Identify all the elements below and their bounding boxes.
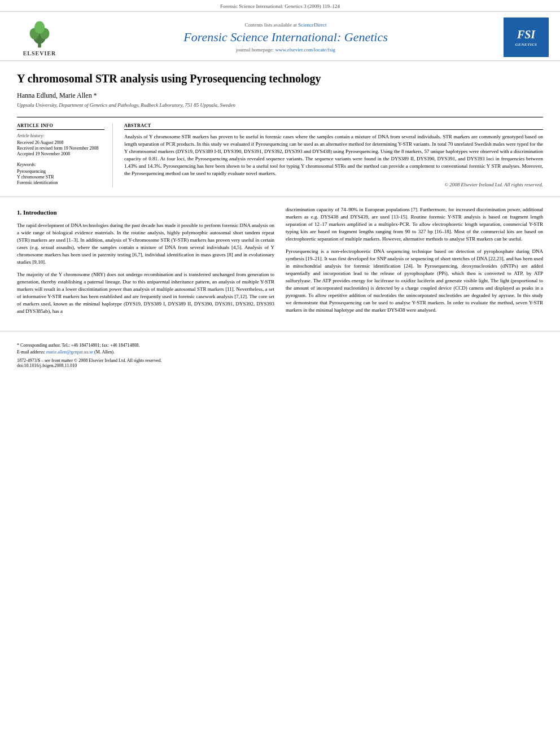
- keyword-3: Forensic identification: [17, 180, 104, 185]
- article-footer: * Corresponding author. Tel.: +46 184714…: [0, 331, 560, 374]
- article-title: Y chromosomal STR analysis using Pyroseq…: [17, 71, 543, 86]
- contents-line: Contents lists available at ScienceDirec…: [73, 22, 498, 28]
- keywords-label: Keywords:: [17, 162, 104, 167]
- body-para-1: The rapid development of DNA technologie…: [17, 222, 274, 266]
- body-para-2: The majority of the Y chromosome (NRY) d…: [17, 271, 274, 315]
- email-note: E-mail address: marie.allen@genpat.uu.se…: [17, 350, 543, 355]
- section-divider: [0, 196, 560, 197]
- body-para-4: Pyrosequencing is a non-electrophoretic …: [286, 248, 543, 314]
- section-1-heading: 1. Introduction: [17, 208, 274, 217]
- email-label: E-mail address:: [17, 350, 45, 355]
- article-affiliation: Uppsala University, Department of Geneti…: [17, 102, 543, 108]
- abstract-text: Analysis of Y chromosome STR markers has…: [124, 133, 543, 177]
- body-para-3: discrimination capacity of 74–90% in Eur…: [286, 206, 543, 243]
- fsi-logo-subtitle: GENETICS: [515, 42, 537, 47]
- email-name: (M. Allen).: [94, 350, 115, 355]
- keyword-2: Y chromosome STR: [17, 174, 104, 180]
- article-authors: Hanna Edlund, Marie Allen *: [17, 91, 543, 100]
- abstract-section: ABSTRACT Analysis of Y chromosome STR ma…: [124, 123, 543, 187]
- issn-line: 1872-4973/$ – see front matter © 2008 El…: [17, 358, 543, 368]
- journal-header: ELSEVIER Contents lists available at Sci…: [0, 12, 560, 61]
- email-address[interactable]: marie.allen@genpat.uu.se: [46, 350, 93, 355]
- body-left-column: 1. Introduction The rapid development of…: [17, 206, 274, 320]
- journal-citation-bar: Forensic Science International: Genetics…: [0, 0, 560, 12]
- received-revised-date: Received in revised form 19 November 200…: [17, 146, 104, 151]
- journal-homepage: journal homepage: www.elsevier.com/locat…: [73, 47, 498, 53]
- article-info-title: ARTICLE INFO: [17, 123, 104, 130]
- copyright-line: © 2008 Elsevier Ireland Ltd. All rights …: [124, 182, 543, 187]
- sciencedirect-link[interactable]: ScienceDirect: [298, 22, 326, 28]
- elsevier-logo: ELSEVIER: [11, 18, 68, 56]
- journal-center-info: Contents lists available at ScienceDirec…: [68, 22, 504, 53]
- journal-title: Forensic Science International: Genetics: [73, 30, 498, 45]
- svg-point-4: [34, 21, 45, 34]
- elsevier-tree-icon: [23, 18, 56, 49]
- received-date: Received 26 August 2008: [17, 140, 104, 145]
- journal-citation: Forensic Science International: Genetics…: [220, 3, 340, 9]
- article-main: Y chromosomal STR analysis using Pyroseq…: [0, 61, 560, 187]
- fsi-logo: FSI GENETICS: [504, 18, 549, 57]
- keyword-1: Pyrosequencing: [17, 169, 104, 174]
- fsi-logo-text: FSI: [517, 28, 535, 41]
- corresponding-note: * Corresponding author. Tel.: +46 184714…: [17, 343, 543, 348]
- article-info-abstract-container: ARTICLE INFO Article history: Received 2…: [17, 117, 543, 187]
- homepage-url[interactable]: www.elsevier.com/locate/fsig: [275, 47, 335, 53]
- body-columns: 1. Introduction The rapid development of…: [0, 206, 560, 320]
- keywords-section: Keywords: Pyrosequencing Y chromosome ST…: [17, 162, 104, 185]
- history-label: Article history:: [17, 133, 104, 138]
- elsevier-label: ELSEVIER: [23, 50, 56, 56]
- abstract-title: ABSTRACT: [124, 123, 543, 130]
- article-info-panel: ARTICLE INFO Article history: Received 2…: [17, 123, 113, 187]
- body-right-column: discrimination capacity of 74–90% in Eur…: [286, 206, 543, 320]
- accepted-date: Accepted 19 November 2008: [17, 151, 104, 156]
